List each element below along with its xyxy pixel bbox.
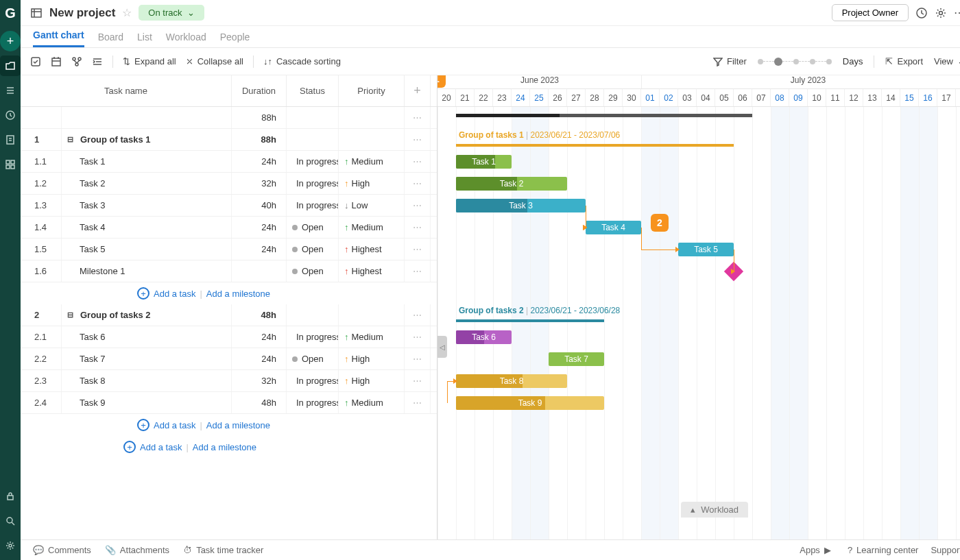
history-icon[interactable] bbox=[915, 7, 928, 19]
svg-rect-4 bbox=[7, 136, 14, 144]
support-link[interactable]: Support bbox=[931, 545, 960, 555]
star-icon[interactable]: ☆ bbox=[122, 6, 132, 19]
table-row[interactable]: 2⊟Group of tasks 248h⋯ bbox=[21, 304, 437, 326]
col-duration[interactable]: Duration bbox=[232, 75, 287, 106]
task-bar[interactable]: Task 1 bbox=[456, 155, 512, 169]
list-icon[interactable] bbox=[0, 80, 21, 101]
projects-icon[interactable] bbox=[0, 56, 21, 76]
task-bar[interactable]: Task 2 bbox=[456, 177, 567, 191]
report-icon[interactable] bbox=[0, 130, 21, 150]
time-tracker-button[interactable]: ⏱Task time tracker bbox=[183, 545, 263, 555]
row-menu-icon[interactable]: ⋯ bbox=[405, 195, 431, 216]
export-button[interactable]: ⇱Export bbox=[885, 56, 923, 66]
task-bar[interactable]: Task 6 bbox=[456, 330, 512, 344]
row-menu-icon[interactable]: ⋯ bbox=[405, 370, 431, 391]
table-row[interactable]: 88h⋯ bbox=[21, 107, 437, 129]
row-menu-icon[interactable]: ⋯ bbox=[405, 107, 431, 128]
filter-button[interactable]: Filter bbox=[713, 56, 747, 66]
expand-all-button[interactable]: ⇅Expand all bbox=[123, 56, 176, 66]
select-icon[interactable] bbox=[30, 56, 41, 67]
status-dropdown[interactable]: On track⌄ bbox=[139, 5, 204, 21]
group-bar[interactable] bbox=[456, 144, 734, 147]
task-bar[interactable]: Task 3 bbox=[456, 199, 586, 212]
cascade-sorting-button[interactable]: ↓↑Cascade sorting bbox=[263, 56, 341, 66]
view-tabs: Gantt chartBoardListWorkloadPeople bbox=[21, 26, 960, 48]
col-taskname[interactable]: Task name bbox=[21, 75, 232, 106]
table-row[interactable]: 1.1Task 124hIn progress↑Medium⋯ bbox=[21, 151, 437, 173]
tab-board[interactable]: Board bbox=[98, 32, 123, 47]
add-column-button[interactable]: + bbox=[405, 75, 431, 106]
add-milestone-link[interactable]: Add a milestone bbox=[206, 289, 270, 299]
task-bar[interactable]: Task 7 bbox=[549, 352, 604, 366]
tab-list[interactable]: List bbox=[137, 32, 152, 47]
gear-icon[interactable] bbox=[935, 7, 947, 19]
settings-icon[interactable] bbox=[0, 535, 21, 556]
table-row[interactable]: 1.4Task 424hOpen↑Medium⋯ bbox=[21, 217, 437, 239]
table-row[interactable]: 1.6Milestone 1Open↑Highest⋯ bbox=[21, 260, 437, 282]
add-task-link[interactable]: Add a task bbox=[140, 442, 182, 452]
search-icon[interactable] bbox=[0, 511, 21, 531]
collapse-toggle-icon[interactable]: ⊟ bbox=[67, 311, 73, 319]
summary-bar[interactable] bbox=[456, 114, 752, 117]
project-owner-button[interactable]: Project Owner bbox=[832, 4, 909, 21]
row-menu-icon[interactable]: ⋯ bbox=[405, 129, 431, 150]
tab-workload[interactable]: Workload bbox=[166, 32, 206, 47]
col-status[interactable]: Status bbox=[287, 75, 339, 106]
table-row[interactable]: 2.2Task 724hOpen↑High⋯ bbox=[21, 348, 437, 370]
row-menu-icon[interactable]: ⋯ bbox=[405, 217, 431, 238]
row-menu-icon[interactable]: ⋯ bbox=[405, 304, 431, 326]
panel-collapse-handle[interactable]: ◁ bbox=[437, 336, 447, 358]
table-row[interactable]: 1.5Task 524hOpen↑Highest⋯ bbox=[21, 239, 437, 260]
hierarchy-icon[interactable] bbox=[71, 56, 82, 67]
table-row[interactable]: 2.3Task 832hIn progress↑High⋯ bbox=[21, 370, 437, 392]
calendar-icon[interactable] bbox=[51, 56, 62, 67]
lock-icon[interactable] bbox=[0, 486, 21, 507]
grid-icon[interactable] bbox=[0, 154, 21, 175]
plus-icon[interactable]: + bbox=[137, 419, 149, 431]
workload-toggle[interactable]: ▴ Workload bbox=[681, 502, 748, 518]
apps-link[interactable]: Apps ▶ bbox=[800, 545, 835, 555]
task-bar[interactable]: Task 4 bbox=[586, 221, 641, 234]
comments-button[interactable]: 💬Comments bbox=[33, 545, 91, 555]
group-bar[interactable] bbox=[456, 319, 604, 322]
col-priority[interactable]: Priority bbox=[339, 75, 405, 106]
add-task-link[interactable]: Add a task bbox=[154, 420, 195, 430]
row-menu-icon[interactable]: ⋯ bbox=[405, 392, 431, 413]
task-bar[interactable]: Task 8 bbox=[456, 374, 567, 388]
zoom-slider[interactable] bbox=[758, 58, 832, 66]
add-milestone-link[interactable]: Add a milestone bbox=[193, 442, 256, 452]
plus-icon[interactable]: + bbox=[123, 441, 136, 453]
row-menu-icon[interactable]: ⋯ bbox=[405, 239, 431, 260]
collapse-all-button[interactable]: ⤫Collapse all bbox=[186, 56, 243, 66]
learning-center-link[interactable]: ?Learning center bbox=[848, 545, 919, 555]
tab-people[interactable]: People bbox=[220, 32, 250, 47]
table-row[interactable]: 1.2Task 232hIn progress↑High⋯ bbox=[21, 173, 437, 195]
add-milestone-link[interactable]: Add a milestone bbox=[206, 420, 270, 430]
row-menu-icon[interactable]: ⋯ bbox=[405, 151, 431, 172]
task-bar[interactable]: Task 9 bbox=[456, 396, 604, 410]
clock-icon[interactable] bbox=[0, 105, 21, 125]
table-row[interactable]: 2.1Task 624hIn progress↑Medium⋯ bbox=[21, 326, 437, 348]
task-bar[interactable]: Task 5 bbox=[678, 243, 734, 256]
gantt-chart[interactable]: 1 June 2023July 2023 2021222324252627282… bbox=[437, 75, 960, 539]
table-row[interactable]: 2.4Task 948hIn progress↑Medium⋯ bbox=[21, 392, 437, 414]
row-menu-icon[interactable]: ⋯ bbox=[405, 326, 431, 348]
view-dropdown[interactable]: View⌄ bbox=[934, 56, 960, 66]
attachments-button[interactable]: 📎Attachments bbox=[105, 545, 169, 555]
callout-1: 1 bbox=[437, 75, 446, 88]
more-icon[interactable]: ⋯ bbox=[954, 6, 960, 19]
day-header-cell: 10 bbox=[808, 89, 826, 106]
callout-2: 2 bbox=[651, 214, 669, 232]
row-menu-icon[interactable]: ⋯ bbox=[405, 348, 431, 369]
row-menu-icon[interactable]: ⋯ bbox=[405, 173, 431, 194]
table-row[interactable]: 1⊟Group of tasks 188h⋯ bbox=[21, 129, 437, 151]
indent-icon[interactable] bbox=[92, 56, 103, 67]
add-button[interactable]: + bbox=[0, 31, 21, 51]
project-title[interactable]: New project bbox=[49, 6, 115, 20]
table-row[interactable]: 1.3Task 340hIn progress↓Low⋯ bbox=[21, 195, 437, 217]
tab-gantt-chart[interactable]: Gantt chart bbox=[33, 29, 84, 47]
plus-icon[interactable]: + bbox=[137, 287, 149, 300]
collapse-toggle-icon[interactable]: ⊟ bbox=[67, 135, 73, 144]
add-task-link[interactable]: Add a task bbox=[154, 289, 195, 299]
row-menu-icon[interactable]: ⋯ bbox=[405, 260, 431, 282]
